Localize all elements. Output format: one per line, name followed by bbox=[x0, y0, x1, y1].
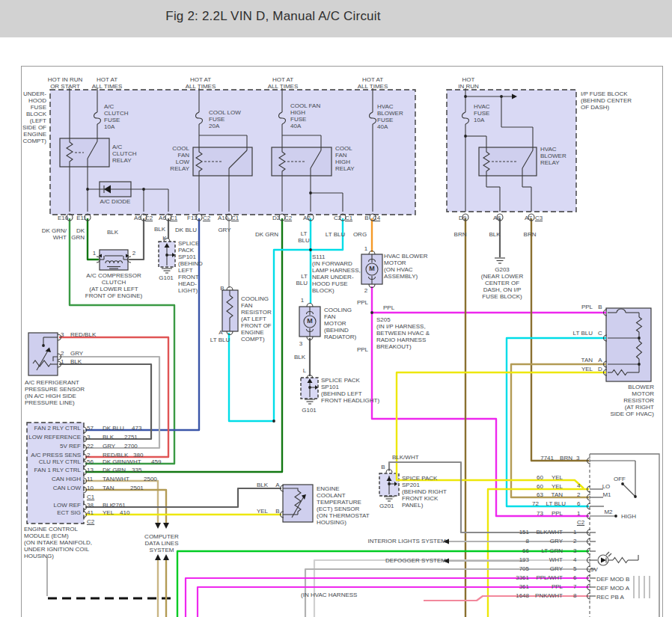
ac-clutch-relay-box bbox=[60, 138, 109, 167]
cool-fan-high-relay-label: COOL FAN HIGH RELAY bbox=[335, 145, 355, 172]
diagram-label: PPL/WHT bbox=[536, 574, 563, 581]
ip-fuse-block-label: I/P FUSE BLOCK (BEHIND CENTER OF DASH) bbox=[581, 90, 632, 111]
diagram-label: 335 bbox=[132, 467, 141, 473]
junction-dot bbox=[388, 482, 391, 485]
junction-dot bbox=[614, 515, 617, 518]
wire-blk-a6c2 bbox=[129, 218, 144, 260]
diagram-label: B bbox=[364, 215, 368, 221]
blower-switch-m1-label: M1 bbox=[602, 491, 611, 498]
diagram-label: CAN HIGH bbox=[52, 476, 81, 482]
diagram-label: 2700 bbox=[124, 443, 138, 449]
diagram-label: YEL bbox=[103, 509, 114, 516]
diagram-label: BLK bbox=[70, 358, 82, 365]
ecm-label: ENGINE CONTROL MODULE (ECM) (ON INTAKE M… bbox=[24, 526, 92, 559]
diagram-label: 72 bbox=[532, 500, 539, 507]
splice-pack-sp101-label: SPLICE PACK SP101 (BEHIND LEFT FRONT HEA… bbox=[321, 377, 379, 404]
diagram-label: 6 bbox=[573, 574, 576, 581]
feed-hot-at-all-times-3: HOT AT ALL TIMES bbox=[268, 76, 298, 90]
junction-dot bbox=[308, 386, 311, 389]
cool-fan-high-relay-box bbox=[272, 147, 332, 176]
diagram-label: D bbox=[598, 366, 602, 372]
g201-label: G201 bbox=[379, 503, 394, 509]
diagram-label: YEL bbox=[552, 474, 563, 481]
diagram-label: A bbox=[598, 357, 602, 363]
diagram-label: TAN/WHT bbox=[103, 476, 129, 482]
diagram-label: LT BLU bbox=[573, 330, 593, 337]
diagram-label: DEF MOD B bbox=[596, 576, 629, 583]
diagram-label: 361 bbox=[519, 583, 529, 590]
diagram-label: ECT SIG bbox=[57, 509, 81, 516]
diagram-label: 60 bbox=[537, 474, 543, 481]
diagram-label: C2 bbox=[577, 519, 584, 526]
cool-fan-high-fuse-label: COOL FAN HIGH FUSE 40A bbox=[290, 102, 320, 129]
diagram-label: 1 bbox=[364, 245, 367, 252]
can-arrow-down-1 bbox=[155, 523, 161, 529]
diagram-label: 8 bbox=[573, 592, 576, 599]
diagram-label: C3 bbox=[535, 215, 543, 221]
diagram-label: PNK/WHT bbox=[535, 592, 563, 599]
diagram-label: CLU RLY CTRL bbox=[39, 458, 81, 465]
diagram-label: A6 bbox=[159, 215, 166, 221]
g101-label: G101 bbox=[159, 274, 174, 281]
diagram-label: 66 bbox=[522, 547, 529, 554]
hvac-blower-motor-label: HVAC BLOWER MOTOR (ON HVAC ASSEMBLY) bbox=[384, 253, 428, 280]
diagram-label: 2761 bbox=[112, 502, 126, 509]
diagram-label: 73 bbox=[537, 510, 543, 517]
splice-pack-sp101-headlight-label: SPLICE PACK SP101 (BEHIND LEFT FRONT HEA… bbox=[178, 240, 203, 294]
wire-pnk-wht bbox=[424, 596, 589, 601]
diagram-label: TAN bbox=[552, 491, 563, 498]
junction-dot bbox=[370, 311, 373, 314]
blower-switch-off-label: OFF bbox=[614, 476, 626, 482]
wire-brn-a7 bbox=[531, 218, 589, 461]
junction-dot bbox=[272, 420, 275, 423]
diagram-label: 1 bbox=[61, 358, 64, 365]
diagram-label: 63 bbox=[537, 491, 543, 498]
diagram-label: DK GRN/WHT bbox=[103, 458, 141, 465]
diagram-label: M bbox=[307, 318, 313, 325]
diagram-label: LT BLU bbox=[210, 337, 230, 343]
diagram-label: C2 bbox=[334, 215, 341, 221]
feed-hot-at-all-times-2: HOT AT ALL TIMES bbox=[186, 76, 216, 90]
diagram-label: BLK bbox=[107, 229, 118, 236]
diagram-label: 5 bbox=[573, 565, 576, 572]
diagram-label: A7 bbox=[525, 215, 532, 221]
diagram-label: BLK/WHT bbox=[536, 529, 563, 535]
diagram-label: GRY bbox=[103, 443, 115, 449]
diagram-label: CAN LOW bbox=[53, 485, 81, 491]
diagram-label: 2500 bbox=[144, 476, 157, 482]
diagram-label: D2 bbox=[272, 215, 280, 221]
diagram-label: B bbox=[381, 464, 385, 470]
diagram-label: PPL bbox=[552, 583, 563, 590]
junction-dot bbox=[464, 95, 467, 98]
diagram-label: F12 bbox=[187, 215, 198, 221]
diagram-label: 1648 bbox=[516, 592, 529, 599]
diagram-label: C2 bbox=[284, 215, 292, 221]
junction-dot bbox=[500, 95, 503, 98]
diagram-label: YEL bbox=[552, 483, 563, 490]
diagram-label: BLK/WHT bbox=[392, 454, 419, 461]
diagram-label: A bbox=[219, 329, 222, 336]
diagram-label: 2 bbox=[573, 538, 576, 544]
can-arrow-down-2 bbox=[163, 523, 169, 529]
diagram-label: 2 bbox=[577, 491, 580, 498]
wire-ppl-361 bbox=[198, 587, 589, 617]
diagram-label: YEL bbox=[257, 508, 268, 515]
diagram-label: 2501 bbox=[130, 485, 144, 491]
g203-label: G203 (NEAR LOWER CENTER OF DASH, ON I/P … bbox=[481, 266, 523, 300]
diagram-label: DK BLU bbox=[103, 425, 124, 432]
diagram-label: 151 bbox=[519, 529, 529, 535]
diagram-label: 10 bbox=[87, 485, 94, 491]
diagram-label: 60 bbox=[537, 483, 543, 490]
diagram-label: C1 bbox=[87, 494, 94, 500]
diagram-label: BRN bbox=[524, 231, 537, 238]
diagram-label: A10 bbox=[218, 215, 228, 221]
diagram-label: C1 bbox=[170, 215, 177, 221]
diagram-label: LOW REFERENCE bbox=[28, 434, 81, 441]
diagram-label: 5V REF bbox=[60, 443, 81, 449]
cool-fan-low-relay-label: COOL FAN LOW RELAY bbox=[170, 145, 189, 172]
diagram-label: 11 bbox=[87, 476, 93, 482]
diagram-label: 22 bbox=[87, 443, 94, 449]
diagram-label: 2 bbox=[132, 250, 135, 257]
diagram-label: LT BLU bbox=[326, 231, 345, 238]
blower-switch-high-label: HIGH bbox=[621, 513, 636, 520]
